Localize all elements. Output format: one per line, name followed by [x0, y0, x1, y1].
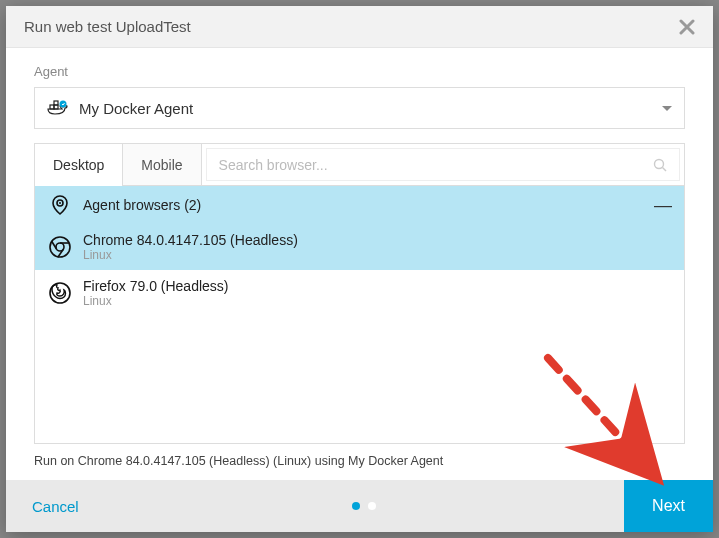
- search-input[interactable]: [219, 157, 653, 173]
- group-title: Agent browsers (2): [83, 197, 654, 213]
- chrome-icon: [47, 235, 73, 259]
- agent-label: Agent: [34, 64, 685, 79]
- browser-row-chrome[interactable]: Chrome 84.0.4147.105 (Headless) Linux: [35, 224, 684, 270]
- svg-point-3: [60, 101, 67, 108]
- dialog-body: Agent My Docker Agent Desktop Mobile: [6, 48, 713, 480]
- svg-rect-2: [54, 101, 58, 105]
- step-dot-1: [352, 502, 360, 510]
- close-button[interactable]: [679, 19, 695, 35]
- dialog-title: Run web test UploadTest: [24, 18, 191, 35]
- search-icon: [653, 158, 667, 172]
- step-indicator: [105, 480, 624, 532]
- collapse-icon: —: [654, 195, 672, 216]
- svg-point-7: [59, 202, 61, 204]
- firefox-icon: [47, 281, 73, 305]
- browser-info: Firefox 79.0 (Headless) Linux: [83, 278, 229, 308]
- close-icon: [679, 19, 695, 35]
- next-button[interactable]: Next: [624, 480, 713, 532]
- browser-row-firefox[interactable]: Firefox 79.0 (Headless) Linux: [35, 270, 684, 316]
- dialog-footer: Cancel Next: [6, 480, 713, 532]
- tab-mobile[interactable]: Mobile: [123, 144, 201, 185]
- browser-name: Chrome 84.0.4147.105 (Headless): [83, 232, 298, 248]
- run-summary: Run on Chrome 84.0.4147.105 (Headless) (…: [34, 444, 685, 472]
- cancel-button[interactable]: Cancel: [6, 480, 105, 532]
- svg-point-4: [655, 159, 664, 168]
- tab-desktop[interactable]: Desktop: [35, 144, 123, 185]
- dialog-header: Run web test UploadTest: [6, 6, 713, 48]
- caret-down-icon: [662, 106, 672, 111]
- browser-os: Linux: [83, 248, 298, 262]
- agent-group-icon: [47, 194, 73, 216]
- search-wrap: [206, 148, 680, 181]
- browser-name: Firefox 79.0 (Headless): [83, 278, 229, 294]
- browser-info: Chrome 84.0.4147.105 (Headless) Linux: [83, 232, 298, 262]
- browser-panel: Desktop Mobile: [34, 143, 685, 444]
- panel-toolbar: Desktop Mobile: [35, 144, 684, 186]
- docker-agent-icon: [47, 97, 69, 119]
- svg-line-5: [663, 167, 667, 171]
- browser-list: Agent browsers (2) — Chro: [35, 186, 684, 443]
- step-dot-2: [368, 502, 376, 510]
- browser-group-header[interactable]: Agent browsers (2) —: [35, 186, 684, 224]
- agent-select[interactable]: My Docker Agent: [34, 87, 685, 129]
- browser-os: Linux: [83, 294, 229, 308]
- run-test-dialog: Run web test UploadTest Agent My Docker …: [6, 6, 713, 532]
- agent-selected-name: My Docker Agent: [79, 100, 662, 117]
